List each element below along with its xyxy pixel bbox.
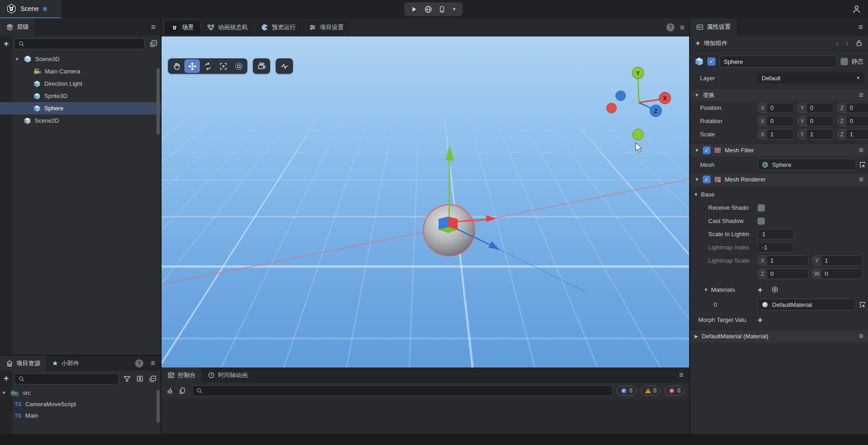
mobile-run-button[interactable] xyxy=(439,6,445,13)
entity-name-input[interactable] xyxy=(719,56,837,67)
hierarchy-search-input[interactable] xyxy=(27,41,141,47)
hierarchy-add-button[interactable]: + xyxy=(0,39,12,48)
tab-animator[interactable]: 动画状态机 xyxy=(201,21,254,35)
add-morph-target-button[interactable]: + xyxy=(758,316,763,324)
base-subsection[interactable]: ▼ Base xyxy=(690,187,868,201)
rotation-z-field[interactable]: Z0 xyxy=(837,116,868,126)
scene-menu-icon[interactable]: ≡ xyxy=(680,24,685,31)
rotate-tool-button[interactable] xyxy=(200,59,215,73)
tree-item-sprite3d[interactable]: Sprite3D xyxy=(0,90,161,102)
add-component-button[interactable]: 增加组件 xyxy=(704,39,727,47)
entity-active-checkbox[interactable]: ✓ xyxy=(707,57,716,66)
console-log-area[interactable] xyxy=(162,399,689,434)
axis-ball-negx[interactable] xyxy=(607,103,617,113)
clear-console-icon[interactable] xyxy=(166,387,174,395)
mesh-object-field[interactable]: Sphere xyxy=(758,159,856,171)
tree-item-cameramovescript[interactable]: TS CameraMoveScript xyxy=(0,398,161,410)
section-menu-icon[interactable]: ≡ xyxy=(859,146,863,154)
mesh-filter-section-header[interactable]: ▼ ✓ Mesh Filter ≡ xyxy=(690,144,868,156)
history-back-icon[interactable]: ‹ xyxy=(836,39,838,47)
tree-item-scene3d[interactable]: ▼ Scene3D xyxy=(0,53,161,65)
scale-z-field[interactable]: Z1 xyxy=(837,129,868,140)
receive-shadow-checkbox[interactable] xyxy=(758,204,765,212)
object-picker-icon[interactable] xyxy=(859,161,866,168)
static-checkbox[interactable] xyxy=(841,58,848,65)
tab-hierarchy[interactable]: 层级 xyxy=(0,18,35,36)
stats-button[interactable] xyxy=(276,58,293,74)
add-material-button[interactable]: + xyxy=(758,285,763,294)
console-menu-icon[interactable]: ≡ xyxy=(679,367,684,383)
assets-add-button[interactable]: + xyxy=(0,374,12,383)
material-object-field[interactable]: DefaultMaterial xyxy=(758,299,856,310)
rotation-y-field[interactable]: Y0 xyxy=(797,116,834,126)
tab-project-settings[interactable]: 项目设置 xyxy=(303,21,350,35)
mesh-renderer-enabled-checkbox[interactable]: ✓ xyxy=(703,176,711,183)
tab-console[interactable]: 控制台 xyxy=(162,367,202,383)
position-x-field[interactable]: X0 xyxy=(758,103,794,113)
position-y-field[interactable]: Y0 xyxy=(797,103,834,113)
scale-x-field[interactable]: X1 xyxy=(758,129,794,140)
info-count-pill[interactable]: 0 xyxy=(617,386,637,396)
scene-help-icon[interactable]: ? xyxy=(666,23,675,31)
collapse-all-icon[interactable] xyxy=(149,375,157,383)
tab-project-assets[interactable]: 项目资源 xyxy=(0,356,46,371)
section-menu-icon[interactable]: ≡ xyxy=(859,91,863,99)
hierarchy-scrollbar[interactable] xyxy=(157,68,160,135)
axis-ball-negy[interactable] xyxy=(633,129,643,140)
axis-ball-negz[interactable] xyxy=(616,91,626,101)
tree-item-src[interactable]: ▼ </> src xyxy=(0,387,161,398)
viewport-3d[interactable]: Y X Z xyxy=(162,36,689,367)
pan-tool-button[interactable] xyxy=(169,59,184,73)
tab-scene[interactable]: 场景 xyxy=(165,21,200,35)
layer-dropdown[interactable]: Default ▼ xyxy=(758,72,864,83)
tab-preview-run[interactable]: 预览运行 xyxy=(255,21,302,35)
console-search-input[interactable] xyxy=(205,388,608,394)
gizmo-y-axis[interactable] xyxy=(449,151,450,219)
tab-inspector[interactable]: 属性设置 xyxy=(690,18,737,36)
tree-item-sphere-selected[interactable]: Sphere xyxy=(0,102,161,114)
rotation-x-field[interactable]: X0 xyxy=(758,116,794,126)
scale-in-lightmap-field[interactable]: 1 xyxy=(758,229,794,239)
object-picker-icon[interactable] xyxy=(859,301,866,308)
expand-arrow-icon[interactable]: ▼ xyxy=(1,390,7,395)
split-view-icon[interactable] xyxy=(136,375,144,383)
move-tool-button[interactable] xyxy=(184,59,200,73)
scale-tool-button[interactable] xyxy=(215,59,231,73)
position-z-field[interactable]: Z0 xyxy=(837,103,868,113)
history-forward-icon[interactable]: › xyxy=(846,39,848,47)
inspector-menu-icon[interactable]: ≡ xyxy=(858,18,863,36)
material-settings-icon[interactable] xyxy=(771,286,779,293)
transform-section-header[interactable]: ▼ 变换 ≡ xyxy=(690,88,868,101)
scene-document-tab[interactable]: Scene xyxy=(0,0,61,18)
hierarchy-menu-icon[interactable]: ≡ xyxy=(151,18,156,36)
user-account-icon[interactable] xyxy=(852,4,862,14)
assets-search-input[interactable] xyxy=(27,376,115,383)
run-options-dropdown[interactable]: ▼ xyxy=(452,7,456,11)
material-section-header[interactable]: ▶ DefaultMaterial (Material) ≡ xyxy=(690,330,868,342)
rect-tool-button[interactable] xyxy=(231,59,246,73)
collapse-arrow-icon[interactable]: ▼ xyxy=(695,93,699,98)
cast-shadow-checkbox[interactable] xyxy=(758,217,765,225)
collapse-arrow-icon[interactable]: ▼ xyxy=(694,192,698,197)
tree-item-scene2d[interactable]: Scene2D xyxy=(0,114,161,127)
tree-item-main-camera[interactable]: Main Camera xyxy=(0,65,161,78)
web-run-button[interactable] xyxy=(424,5,432,13)
camera-view-button[interactable] xyxy=(253,58,270,74)
expand-arrow-icon[interactable]: ▶ xyxy=(695,334,698,339)
tree-item-direction-light[interactable]: Direction Light xyxy=(0,78,161,90)
tab-timeline-animation[interactable]: 时间轴动画 xyxy=(202,367,254,383)
section-menu-icon[interactable]: ≡ xyxy=(859,332,863,340)
collapse-arrow-icon[interactable]: ▼ xyxy=(695,177,699,182)
collapse-arrow-icon[interactable]: ▼ xyxy=(704,287,708,292)
assets-scrollbar[interactable] xyxy=(157,390,160,423)
expand-arrow-icon[interactable]: ▼ xyxy=(14,57,20,62)
mesh-filter-enabled-checkbox[interactable]: ✓ xyxy=(703,146,711,154)
play-button[interactable] xyxy=(411,6,418,13)
filter-icon[interactable] xyxy=(123,375,131,383)
tab-widgets[interactable]: ★ 小部件 xyxy=(46,356,85,371)
collapse-arrow-icon[interactable]: ▼ xyxy=(695,148,699,153)
section-menu-icon[interactable]: ≡ xyxy=(859,176,863,183)
collapse-all-icon[interactable] xyxy=(149,39,158,48)
mesh-renderer-section-header[interactable]: ▼ ✓ Mesh Renderer ≡ xyxy=(690,173,868,186)
assets-menu-icon[interactable]: ≡ xyxy=(151,356,155,371)
